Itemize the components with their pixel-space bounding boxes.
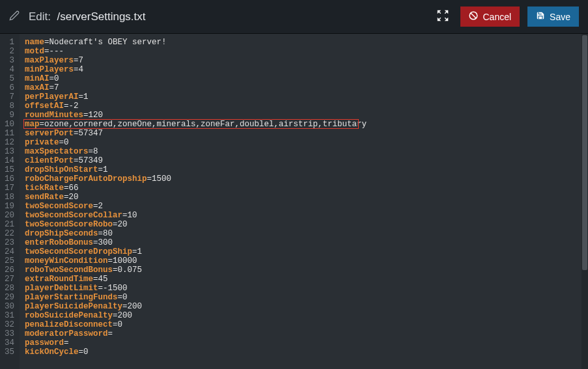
code-line[interactable]: twoSecondScore=2 bbox=[25, 202, 583, 211]
line-number: 33 bbox=[3, 329, 14, 338]
equals-sign: = bbox=[132, 247, 137, 256]
edit-icon[interactable] bbox=[9, 10, 20, 23]
line-number: 8 bbox=[3, 102, 14, 111]
line-number: 31 bbox=[3, 311, 14, 320]
line-number: 6 bbox=[3, 83, 14, 92]
config-key: offsetAI bbox=[25, 102, 64, 111]
config-value: 10 bbox=[128, 211, 137, 220]
line-number: 9 bbox=[3, 111, 14, 120]
config-key: clientPort bbox=[25, 156, 74, 165]
line-number: 19 bbox=[3, 202, 14, 211]
equals-sign: = bbox=[44, 47, 49, 56]
line-number: 13 bbox=[3, 147, 14, 156]
code-line[interactable]: roboTwoSecondBonus=0.075 bbox=[25, 266, 583, 275]
config-value: 0 bbox=[122, 293, 128, 302]
code-line[interactable]: roundMinutes=120 bbox=[25, 111, 583, 120]
config-value: --- bbox=[49, 47, 64, 56]
config-key: password bbox=[25, 338, 64, 348]
code-line[interactable]: roboChargeForAutoDropship=1500 bbox=[25, 174, 583, 184]
code-line[interactable]: motd=--- bbox=[25, 47, 583, 56]
config-key: motd bbox=[25, 47, 44, 56]
code-line[interactable]: kickOnCycle=0 bbox=[25, 348, 583, 357]
equals-sign: = bbox=[113, 266, 118, 275]
config-value: 57349 bbox=[79, 156, 104, 165]
code-line[interactable]: maxPlayers=7 bbox=[25, 56, 583, 65]
code-line[interactable]: minPlayers=4 bbox=[25, 65, 583, 74]
config-key: tickRate bbox=[25, 184, 64, 193]
equals-sign: = bbox=[108, 329, 113, 338]
code-line[interactable]: twoSecondScoreDropShip=1 bbox=[25, 247, 583, 256]
fullscreen-icon[interactable] bbox=[433, 6, 453, 28]
code-line[interactable]: offsetAI=-2 bbox=[25, 102, 583, 111]
scrollbar-thumb[interactable] bbox=[582, 35, 587, 270]
cancel-label: Cancel bbox=[483, 12, 511, 22]
config-key: twoSecondScoreDropShip bbox=[25, 247, 132, 256]
code-line[interactable]: map=ozone,cornered,zoneOne,minerals,zone… bbox=[25, 120, 583, 129]
config-key: name bbox=[25, 38, 44, 47]
code-line[interactable]: dropShipSeconds=80 bbox=[25, 229, 583, 238]
code-line[interactable]: playerSuicidePenalty=200 bbox=[25, 302, 583, 311]
config-value: 200 bbox=[118, 311, 133, 320]
code-line[interactable]: tickRate=66 bbox=[25, 184, 583, 193]
code-line[interactable]: minAI=0 bbox=[25, 74, 583, 83]
code-line[interactable]: name=Nodecraft's OBEY server! bbox=[25, 38, 583, 47]
config-key: roboTwoSecondBonus bbox=[25, 266, 113, 275]
line-number: 25 bbox=[3, 256, 14, 266]
code-line[interactable]: enterRoboBonus=300 bbox=[25, 238, 583, 247]
equals-sign: = bbox=[113, 311, 118, 320]
config-value: 8 bbox=[93, 147, 98, 156]
code-line[interactable]: twoSecondScoreRobo=20 bbox=[25, 220, 583, 229]
config-value: 20 bbox=[118, 220, 128, 229]
line-number: 16 bbox=[3, 174, 14, 184]
header-left: Edit: /serverSettings.txt bbox=[9, 10, 433, 23]
config-value: 7 bbox=[79, 56, 84, 65]
equals-sign: = bbox=[122, 211, 128, 220]
svg-line-1 bbox=[471, 13, 476, 18]
equals-sign: = bbox=[44, 38, 49, 47]
config-value: 0 bbox=[64, 138, 69, 147]
code-line[interactable]: dropShipOnStart=1 bbox=[25, 165, 583, 174]
header-right: Cancel Save bbox=[433, 6, 579, 28]
equals-sign: = bbox=[98, 229, 104, 238]
equals-sign: = bbox=[98, 284, 104, 293]
code-editor[interactable]: 1234567891011121314151617181920212223242… bbox=[0, 34, 588, 369]
code-line[interactable]: twoSecondScoreCollar=10 bbox=[25, 211, 583, 220]
code-line[interactable]: private=0 bbox=[25, 138, 583, 147]
config-value: 1 bbox=[83, 92, 89, 102]
code-line[interactable]: roboSuicidePenalty=200 bbox=[25, 311, 583, 320]
code-line[interactable]: moderatorPassword= bbox=[25, 329, 583, 338]
code-line[interactable]: extraRoundTime=45 bbox=[25, 275, 583, 284]
config-key: private bbox=[25, 138, 59, 147]
code-content[interactable]: name=Nodecraft's OBEY server!motd=---max… bbox=[20, 34, 588, 369]
code-line[interactable]: sendRate=20 bbox=[25, 193, 583, 202]
code-line[interactable]: playerDebtLimit=-1500 bbox=[25, 284, 583, 293]
code-line[interactable]: penalizeDisconnect=0 bbox=[25, 320, 583, 329]
config-key: maxPlayers bbox=[25, 56, 74, 65]
config-key: moderatorPassword bbox=[25, 329, 108, 338]
config-key: twoSecondScoreRobo bbox=[25, 220, 113, 229]
config-key: moneyWinCondition bbox=[25, 256, 108, 266]
save-icon bbox=[536, 11, 545, 22]
line-number: 12 bbox=[3, 138, 14, 147]
equals-sign: = bbox=[93, 202, 98, 211]
line-number: 34 bbox=[3, 338, 14, 348]
code-line[interactable]: clientPort=57349 bbox=[25, 156, 583, 165]
code-line[interactable]: playerStartingFunds=0 bbox=[25, 293, 583, 302]
code-line[interactable]: maxSpectators=8 bbox=[25, 147, 583, 156]
scrollbar-track[interactable] bbox=[581, 34, 588, 369]
config-key: minAI bbox=[25, 74, 49, 83]
config-value: 7 bbox=[54, 83, 59, 92]
line-number: 27 bbox=[3, 275, 14, 284]
code-line[interactable]: maxAI=7 bbox=[25, 83, 583, 92]
code-line[interactable]: serverPort=57347 bbox=[25, 129, 583, 138]
equals-sign: = bbox=[49, 74, 55, 83]
save-button[interactable]: Save bbox=[527, 7, 579, 27]
config-value: 300 bbox=[98, 238, 113, 247]
line-number: 21 bbox=[3, 220, 14, 229]
code-line[interactable]: password= bbox=[25, 338, 583, 348]
equals-sign: = bbox=[59, 138, 64, 147]
cancel-button[interactable]: Cancel bbox=[460, 7, 520, 27]
code-line[interactable]: moneyWinCondition=10000 bbox=[25, 256, 583, 266]
config-value: 4 bbox=[79, 65, 84, 74]
code-line[interactable]: perPlayerAI=1 bbox=[25, 92, 583, 102]
